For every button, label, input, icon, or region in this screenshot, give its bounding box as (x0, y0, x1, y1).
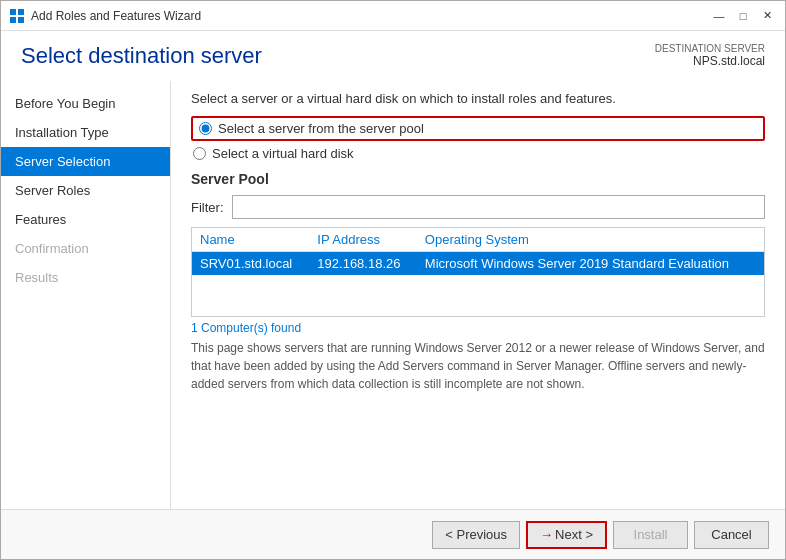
dest-server-name: NPS.std.local (655, 54, 765, 68)
server-pool-section: Server Pool Filter: Name IP Address Oper… (171, 167, 785, 509)
radio-server-pool-label[interactable]: Select a server from the server pool (218, 121, 424, 136)
install-button[interactable]: Install (613, 521, 688, 549)
cell-os: Microsoft Windows Server 2019 Standard E… (417, 252, 764, 276)
main-panel: Select a server or a virtual hard disk o… (171, 81, 785, 509)
filter-input[interactable] (232, 195, 766, 219)
app-icon (9, 8, 25, 24)
radio-group: Select a server from the server pool Sel… (191, 116, 765, 161)
maximize-button[interactable]: □ (733, 6, 753, 26)
sidebar-item-results: Results (1, 263, 170, 292)
radio-vhd-input[interactable] (193, 147, 206, 160)
server-table: Name IP Address Operating System SRV01.s… (192, 228, 764, 275)
radio-server-pool[interactable]: Select a server from the server pool (191, 116, 765, 141)
window-controls: — □ ✕ (709, 6, 777, 26)
page-header: Select destination server DESTINATION SE… (1, 31, 785, 81)
server-table-container: Name IP Address Operating System SRV01.s… (191, 227, 765, 317)
title-bar: Add Roles and Features Wizard — □ ✕ (1, 1, 785, 31)
radio-server-pool-input[interactable] (199, 122, 212, 135)
previous-button[interactable]: < Previous (432, 521, 520, 549)
sidebar-item-server-selection[interactable]: Server Selection (1, 147, 170, 176)
cancel-button[interactable]: Cancel (694, 521, 769, 549)
svg-rect-0 (10, 9, 16, 15)
sidebar-item-before-you-begin[interactable]: Before You Begin (1, 89, 170, 118)
filter-label: Filter: (191, 200, 224, 215)
table-header-row: Name IP Address Operating System (192, 228, 764, 252)
svg-rect-2 (10, 17, 16, 23)
col-name[interactable]: Name (192, 228, 309, 252)
instruction-text: Select a server or a virtual hard disk o… (191, 91, 765, 106)
close-button[interactable]: ✕ (757, 6, 777, 26)
radio-vhd-label[interactable]: Select a virtual hard disk (212, 146, 354, 161)
svg-rect-3 (18, 17, 24, 23)
minimize-button[interactable]: — (709, 6, 729, 26)
arrow-icon: → (540, 527, 553, 542)
content-area: Before You Begin Installation Type Serve… (1, 81, 785, 509)
sidebar: Before You Begin Installation Type Serve… (1, 81, 171, 509)
sidebar-item-confirmation: Confirmation (1, 234, 170, 263)
cell-name: SRV01.std.local (192, 252, 309, 276)
info-text: This page shows servers that are running… (191, 339, 765, 393)
page-title: Select destination server (21, 43, 262, 69)
server-pool-title: Server Pool (191, 171, 765, 187)
cell-ip: 192.168.18.26 (309, 252, 416, 276)
window-title: Add Roles and Features Wizard (31, 9, 709, 23)
table-row[interactable]: SRV01.std.local 192.168.18.26 Microsoft … (192, 252, 764, 276)
dest-server-label: DESTINATION SERVER (655, 43, 765, 54)
sidebar-item-server-roles[interactable]: Server Roles (1, 176, 170, 205)
radio-vhd[interactable]: Select a virtual hard disk (193, 146, 765, 161)
wizard-window: Add Roles and Features Wizard — □ ✕ Sele… (0, 0, 786, 560)
bottom-bar: < Previous →Next > Install Cancel (1, 509, 785, 559)
sidebar-item-features[interactable]: Features (1, 205, 170, 234)
computers-found: 1 Computer(s) found (191, 321, 765, 335)
next-button[interactable]: →Next > (526, 521, 607, 549)
sidebar-item-installation-type[interactable]: Installation Type (1, 118, 170, 147)
filter-row: Filter: (191, 195, 765, 219)
svg-rect-1 (18, 9, 24, 15)
col-ip[interactable]: IP Address (309, 228, 416, 252)
col-os[interactable]: Operating System (417, 228, 764, 252)
